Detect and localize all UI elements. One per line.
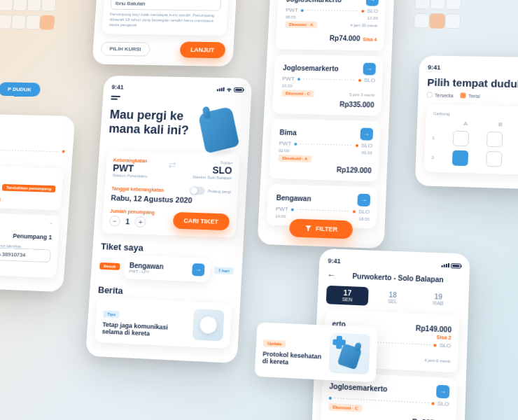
signal-icon [217,87,225,91]
minus-button[interactable]: − [109,216,120,227]
filter-button[interactable]: FILTER [288,218,353,239]
menu-button[interactable] [111,96,243,103]
update-tag: Update [263,340,286,348]
passenger-count-value: 1 [125,217,130,225]
status-bar: 9:41 [111,84,244,93]
back-button[interactable]: ← [327,270,336,281]
roundtrip-toggle[interactable] [190,186,205,195]
protocol-title[interactable]: Protokol kesehatan di kereta [262,350,324,368]
plus-button[interactable]: + [134,216,146,227]
protocol-image [328,332,370,374]
seat-title: Pilih tempat dudukmu [427,76,518,90]
news-image [192,309,225,341]
my-tickets-title: Tiket saya [101,241,144,253]
swap-icon[interactable]: ⇄ [165,159,179,170]
date-tab[interactable]: 17SEN [326,286,369,306]
bg-grid [414,0,457,29]
name-field[interactable]: Ibnu Batutah [111,0,222,11]
tab-tomorrow[interactable]: Besok [99,262,120,270]
wifi-icon [225,87,232,92]
continue-button[interactable]: LANJUT [179,42,225,59]
arrow-icon[interactable]: → [366,0,379,6]
add-passenger-pill[interactable]: Tambahkan penumpang [2,184,55,192]
summary-section: y pemesanan Rp149.000 1 penumpang 35 men… [0,121,66,159]
date-tab[interactable]: 19RAB [416,289,460,309]
news-headline[interactable]: Tetap jaga komunikasi selama di kereta [102,321,187,339]
route-title: Purwokerto - Solo Balapan [352,272,444,283]
news-tag: Tips [103,311,120,318]
hand-illustration [195,106,242,155]
arrow-icon[interactable]: → [363,63,376,76]
arrow-icon[interactable]: → [436,385,449,399]
seat[interactable] [486,151,503,167]
tab-7days[interactable]: 7 hari [214,267,234,274]
chevron-up-icon[interactable]: ⌃ [49,222,53,227]
date-tab[interactable]: 18SEL [371,287,414,307]
arrow-icon[interactable]: → [192,263,205,276]
page-title: Mau pergi ke mana kali ini? [108,108,197,138]
seat[interactable] [486,132,503,148]
status-bar: 9:41 [328,257,461,269]
seat[interactable] [453,131,469,146]
battery-icon [234,87,244,92]
train-name[interactable]: Joglosemarkerto [286,0,342,4]
filter-icon [304,225,312,232]
seat[interactable] [452,150,468,167]
saved-passengers-title: npang tersimpan [0,172,57,180]
bg-grid [0,0,52,29]
arrow-icon[interactable]: → [360,128,373,141]
id-number-field[interactable]: A 38910734 [0,247,51,262]
search-ticket-button[interactable]: CARI TIKET [172,212,230,230]
add-passenger-link[interactable]: + Tambah penumpang [0,195,55,203]
choose-seat-button[interactable]: PILIH KURSI [101,41,150,56]
status-bar: 9:41 [428,64,518,73]
arrow-icon[interactable]: → [357,194,370,207]
passenger-label: Penumpang 1 [13,232,52,241]
choose-seat-button-blue[interactable]: P DUDUK [0,82,41,97]
